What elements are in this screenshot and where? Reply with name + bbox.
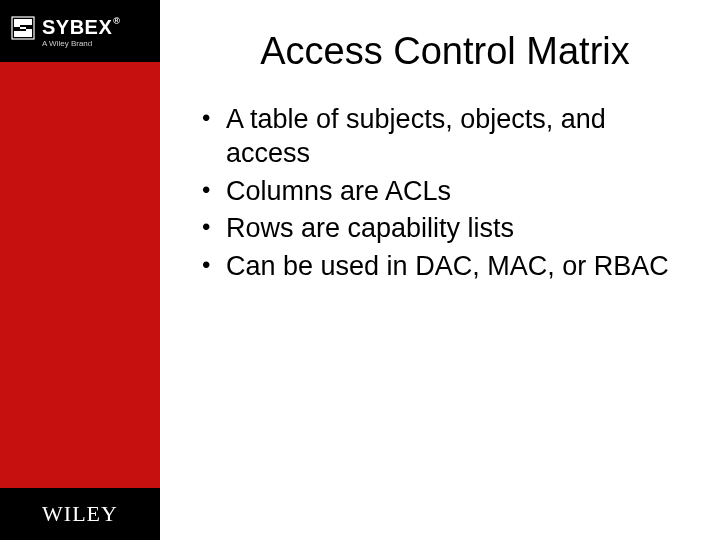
slide: SYBEX® A Wiley Brand WILEY Access Contro… [0,0,720,540]
sybex-mark-icon [10,15,36,41]
wiley-logo-area: WILEY [0,488,160,540]
sybex-logo-text: SYBEX® [42,16,120,39]
bullet-list: A table of subjects, objects, and access… [200,103,680,284]
registered-mark: ® [113,16,120,26]
bullet-item: Columns are ACLs [200,175,680,209]
bullet-item: Can be used in DAC, MAC, or RBAC [200,250,680,284]
sybex-logo: SYBEX® A Wiley Brand [10,15,120,48]
sybex-subtitle: A Wiley Brand [42,39,120,48]
wiley-logo-text: WILEY [42,501,118,527]
bullet-item: A table of subjects, objects, and access [200,103,680,171]
sidebar: SYBEX® A Wiley Brand WILEY [0,0,160,540]
sybex-logo-area: SYBEX® A Wiley Brand [0,0,160,62]
bullet-item: Rows are capability lists [200,212,680,246]
content-area: Access Control Matrix A table of subject… [160,0,720,540]
slide-title: Access Control Matrix [210,30,680,73]
